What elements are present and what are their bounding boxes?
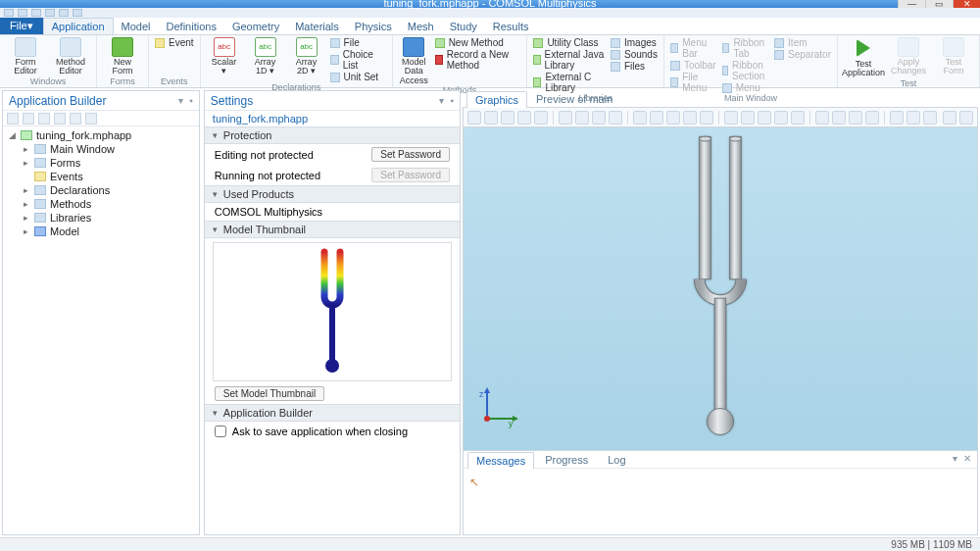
choice-list-button[interactable]: Choice List [330, 49, 386, 71]
section-app-builder[interactable]: Application Builder [205, 404, 460, 422]
zoom-extents-icon[interactable] [501, 111, 514, 125]
tab-geometry[interactable]: Geometry [224, 18, 287, 34]
scalar-button[interactable]: abcScalar ▾ [207, 37, 242, 76]
window-close-button[interactable]: ✕ [953, 0, 980, 8]
event-button[interactable]: Event [155, 37, 194, 48]
clip-icon[interactable] [832, 111, 846, 125]
qat-icon[interactable] [59, 9, 69, 17]
qat-icon[interactable] [73, 9, 82, 17]
qat-icon[interactable] [4, 9, 14, 17]
window-minimize-button[interactable]: — [898, 0, 925, 8]
tab-physics[interactable]: Physics [347, 18, 400, 34]
print-icon[interactable] [959, 111, 973, 125]
messages-body[interactable]: ↖ [464, 469, 977, 534]
tree-node-methods[interactable]: ▸Methods [3, 197, 199, 211]
tab-model[interactable]: Model [114, 18, 159, 34]
pan-icon[interactable] [592, 111, 606, 125]
tree-tb-icon[interactable] [70, 113, 81, 125]
view-default-icon[interactable] [700, 111, 713, 125]
file-decl-button[interactable]: File [330, 37, 386, 48]
tab-progress[interactable]: Progress [536, 451, 597, 468]
select-add-icon[interactable] [906, 111, 920, 125]
tree-tb-icon[interactable] [85, 113, 97, 125]
select-icon[interactable] [559, 111, 572, 125]
tree-tb-icon[interactable] [54, 113, 66, 125]
select-mode-icon[interactable] [890, 111, 904, 125]
tree-tb-icon[interactable] [38, 113, 50, 125]
array2d-button[interactable]: abcArray 2D ▾ [289, 37, 324, 76]
graphics-viewport[interactable]: zy [463, 127, 978, 451]
images-lib-button[interactable]: Images [611, 37, 658, 48]
ext-java-lib-button[interactable]: External Java Library [533, 49, 605, 71]
tree-node-declarations[interactable]: ▸Declarations [3, 183, 199, 197]
zoom-sel-icon[interactable] [534, 111, 548, 125]
window-maximize-button[interactable]: ▭ [925, 0, 953, 8]
lighting-icon[interactable] [758, 111, 771, 125]
tab-application[interactable]: Application [43, 18, 114, 34]
set-password-editing-button[interactable]: Set Password [371, 147, 450, 162]
grid-icon[interactable] [774, 111, 788, 125]
rotate-icon[interactable] [575, 111, 589, 125]
form-editor-button[interactable]: Form Editor [6, 37, 45, 76]
view-xz-icon[interactable] [666, 111, 680, 125]
zoom-box-icon[interactable] [517, 111, 531, 125]
qat-icon[interactable] [45, 9, 55, 17]
zoom-out-icon[interactable] [484, 111, 498, 125]
show-icon[interactable] [865, 111, 879, 125]
qat-icon[interactable] [31, 9, 41, 17]
select-remove-icon[interactable] [923, 111, 937, 125]
tab-study[interactable]: Study [442, 18, 485, 34]
measure-icon[interactable] [609, 111, 622, 125]
qat-icon[interactable] [18, 9, 27, 17]
tree-root[interactable]: ◢tuning_fork.mphapp [3, 128, 199, 142]
panel-collapse-icon[interactable]: ▪ [189, 95, 193, 106]
test-application-button[interactable]: Test Application [844, 37, 883, 78]
scene-light-icon[interactable] [815, 111, 829, 125]
unit-set-button[interactable]: Unit Set [330, 72, 386, 82]
tree-tb-icon[interactable] [7, 113, 19, 125]
tab-preview-main[interactable]: Preview of main [527, 90, 621, 107]
view-xy-icon[interactable] [633, 111, 647, 125]
files-lib-button[interactable]: Files [611, 61, 658, 72]
array1d-button[interactable]: abcArray 1D ▾ [248, 37, 283, 76]
method-editor-button[interactable]: Method Editor [51, 37, 90, 76]
view-yz-icon[interactable] [650, 111, 663, 125]
tab-log[interactable]: Log [599, 451, 634, 468]
tab-messages[interactable]: Messages [467, 452, 534, 469]
transparency-icon[interactable] [741, 111, 755, 125]
panel-close-icon[interactable]: ✕ [963, 453, 971, 464]
utility-class-button[interactable]: Utility Class [533, 37, 605, 48]
tab-materials[interactable]: Materials [287, 18, 347, 34]
section-used-products[interactable]: Used Products [205, 185, 460, 203]
tab-definitions[interactable]: Definitions [159, 18, 224, 34]
axes-icon[interactable] [791, 111, 805, 125]
app-tree[interactable]: ◢tuning_fork.mphapp ▸Main Window ▸Forms … [3, 126, 199, 534]
zoom-in-icon[interactable] [467, 111, 481, 125]
new-form-button[interactable]: New Form [103, 37, 142, 76]
new-method-button[interactable]: New Method [435, 37, 521, 48]
panel-menu-icon[interactable]: ▾ [439, 95, 444, 106]
tree-node-events[interactable]: Events [3, 170, 199, 183]
snapshot-icon[interactable] [943, 111, 956, 125]
view-iso-icon[interactable] [683, 111, 697, 125]
panel-menu-icon[interactable]: ▾ [178, 95, 183, 106]
tab-graphics[interactable]: Graphics [466, 91, 527, 108]
ask-save-checkbox[interactable] [215, 426, 226, 437]
panel-collapse-icon[interactable]: ▪ [450, 95, 454, 106]
tree-node-libraries[interactable]: ▸Libraries [3, 211, 199, 225]
tree-node-model[interactable]: ▸Model [3, 225, 199, 238]
wireframe-icon[interactable] [724, 111, 738, 125]
file-menu[interactable]: File▾ [0, 18, 43, 34]
record-method-button[interactable]: Record a New Method [435, 49, 521, 71]
tree-node-forms[interactable]: ▸Forms [3, 156, 199, 170]
model-data-access-button[interactable]: Model Data Access [399, 37, 429, 85]
tab-mesh[interactable]: Mesh [400, 18, 442, 34]
hide-icon[interactable] [849, 111, 862, 125]
section-protection[interactable]: Protection [205, 126, 460, 144]
sounds-lib-button[interactable]: Sounds [611, 49, 658, 60]
section-thumbnail[interactable]: Model Thumbnail [205, 221, 460, 238]
panel-menu-icon[interactable]: ▾ [953, 453, 957, 464]
set-thumbnail-button[interactable]: Set Model Thumbnail [215, 386, 324, 401]
tab-results[interactable]: Results [485, 18, 537, 34]
tree-node-main-window[interactable]: ▸Main Window [3, 142, 199, 156]
